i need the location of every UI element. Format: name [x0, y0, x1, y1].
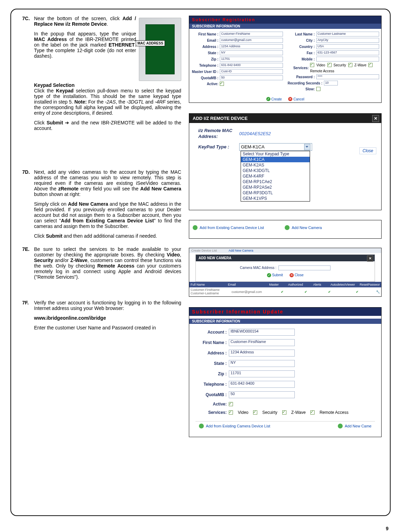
create-button[interactable]: ✓Create [266, 97, 282, 101]
state-input[interactable]: NY [220, 50, 283, 55]
page-number: 9 [386, 526, 389, 531]
keypad-option[interactable]: GEM-RP2ASe2 [241, 185, 310, 190]
camera-link-bar: Add from Existing Camera Device List Add… [189, 220, 382, 239]
service-video-checkbox[interactable] [229, 410, 233, 415]
step-7d-label: 7D. [22, 169, 32, 239]
email-input[interactable]: customer@gmail.com [220, 38, 283, 43]
user-table-header: Full Name Email Master Authorized Alerts… [189, 282, 381, 287]
keypad-option[interactable]: Select Your Keypad Type [241, 151, 310, 157]
state-input[interactable]: NY [229, 360, 295, 367]
add-iz-remote-panel: ADD I/Z REMOTE DEVICE✕ i/z Remote MAC Ad… [189, 113, 382, 210]
firstname-input[interactable]: Customer-FirstName [229, 339, 295, 346]
plus-icon [224, 249, 227, 252]
address-input[interactable]: 1234 Address [229, 350, 295, 357]
add-new-camera-link[interactable]: Add New Camera [229, 249, 253, 252]
step-7e-label: 7E. [22, 246, 32, 280]
keypad-option[interactable]: GEM-K4RF [241, 173, 310, 179]
slow-checkbox[interactable] [316, 87, 320, 91]
step-7f-body: Verify the user account is functioning b… [34, 300, 181, 330]
panel-title: Subscriber Registration [189, 16, 381, 24]
zremote-hardware-image: MAC ADDRESS [139, 18, 181, 81]
user-table-row: Customer-FirstName Customer-Lastname cus… [189, 287, 381, 296]
camera-mac-input[interactable] [278, 265, 331, 270]
service-zwave-checkbox[interactable] [348, 63, 352, 67]
firstname-input[interactable]: Customer-FirstName [220, 32, 283, 36]
keypad-option[interactable]: GEM-RP1CAe2 [241, 179, 310, 185]
service-video-checkbox[interactable] [310, 63, 314, 67]
check-icon: ✔ [293, 289, 318, 295]
service-remote-checkbox[interactable] [310, 410, 315, 415]
keypad-option[interactable]: GEM-RP3DGTL [241, 190, 310, 196]
cancel-icon: ✕ [290, 273, 294, 277]
fax-input[interactable]: 631-123-4567 [316, 50, 379, 55]
check-icon: ✓ [266, 97, 270, 101]
subscriber-update-panel: Subscriber Information Update SUBSCRIBER… [189, 307, 382, 437]
wrench-icon: 🔧 [374, 289, 381, 295]
plus-icon [199, 424, 204, 428]
check-icon: ✔ [340, 289, 374, 295]
iz-mac-value: 00204AE52E52 [239, 131, 372, 136]
close-icon[interactable]: ✕ [367, 255, 373, 262]
keypad-option[interactable]: GEM-K3DGTL [241, 168, 310, 173]
step-7e-body: Be sure to select the services to be mad… [34, 246, 181, 280]
zip-input[interactable]: 11701 [229, 370, 295, 377]
step-7c-label: 7C. [22, 16, 32, 131]
active-checkbox[interactable] [229, 402, 233, 406]
add-new-camera-link[interactable]: Add New Camera [285, 225, 322, 230]
password-input[interactable]: **** [316, 74, 379, 79]
service-security-checkbox[interactable] [327, 63, 332, 67]
zip-input[interactable]: 11701 [220, 57, 283, 62]
panel-subheader: SUBSCRIBER INFORMATION [189, 24, 381, 29]
step-7d-body: Next, add any video cameras to the accou… [34, 169, 181, 239]
account-input[interactable]: IBNEWD000154 [229, 329, 295, 336]
check-icon: ✓ [267, 273, 271, 277]
subscriber-registration-panel: Subscriber Registration SUBSCRIBER INFOR… [189, 16, 382, 103]
step-7f-label: 7F. [22, 300, 32, 330]
panel-title: Subscriber Information Update [189, 308, 381, 316]
plus-icon [285, 225, 290, 230]
cancel-icon: ✕ [288, 97, 292, 101]
check-icon: ✔ [271, 289, 293, 295]
service-zwave-checkbox[interactable] [282, 410, 286, 415]
close-button[interactable]: ✕Close [290, 273, 304, 277]
country-input[interactable]: USA [316, 44, 379, 49]
service-security-checkbox[interactable] [253, 410, 257, 415]
add-from-existing-link[interactable]: Add from Existing Camera Device List [199, 424, 270, 428]
add-new-camera-panel: Create Device List Add New Camera ADD NE… [189, 248, 382, 297]
address-input[interactable]: 1234 Address [220, 44, 283, 49]
close-icon[interactable]: ✕ [372, 115, 379, 122]
telephone-input[interactable]: 631-842-9400 [220, 63, 283, 68]
mobile-input[interactable] [316, 57, 379, 62]
masteruid-input[interactable]: Cust-ID [220, 69, 283, 74]
city-input[interactable]: AnyCity [316, 38, 379, 43]
step-7c-body: MAC ADDRESS Near the bottom of the scree… [34, 16, 181, 131]
chevron-down-icon [304, 144, 310, 150]
keypad-type-select[interactable]: GEM-K1CA [239, 143, 312, 151]
close-link[interactable]: Close [359, 147, 376, 154]
service-remote-checkbox[interactable] [368, 63, 373, 67]
keypad-option[interactable]: GEM-K1VPS [241, 196, 310, 201]
add-new-camera-link[interactable]: Add New Came [338, 424, 371, 428]
active-checkbox[interactable] [220, 82, 224, 86]
addcam-modal-title: ADD NEW CAMERA✕ [196, 255, 375, 261]
lastname-input[interactable]: Customer-Lastname [316, 32, 379, 36]
quotamb-input[interactable]: 50 [220, 75, 283, 80]
add-from-existing-link[interactable]: Add from Existing Camera Device List [193, 225, 264, 230]
keypad-option[interactable]: GEM-K2AS [241, 162, 310, 168]
quotamb-input[interactable]: 50 [229, 391, 295, 398]
plus-icon [338, 424, 343, 428]
keypad-option[interactable]: GEM-K1CA [241, 157, 310, 162]
check-icon: ✔ [318, 289, 340, 295]
cancel-button[interactable]: ✕Cancel [288, 97, 304, 101]
recsec-input[interactable]: 10 [324, 81, 338, 85]
telephone-input[interactable]: 631-842-9400 [229, 381, 295, 388]
submit-button[interactable]: ✓Submit [267, 273, 283, 277]
plus-icon [193, 225, 198, 230]
iz-title: ADD I/Z REMOTE DEVICE✕ [189, 114, 381, 123]
keypad-dropdown-list: Select Your Keypad Type GEM-K1CA GEM-K2A… [241, 151, 310, 202]
